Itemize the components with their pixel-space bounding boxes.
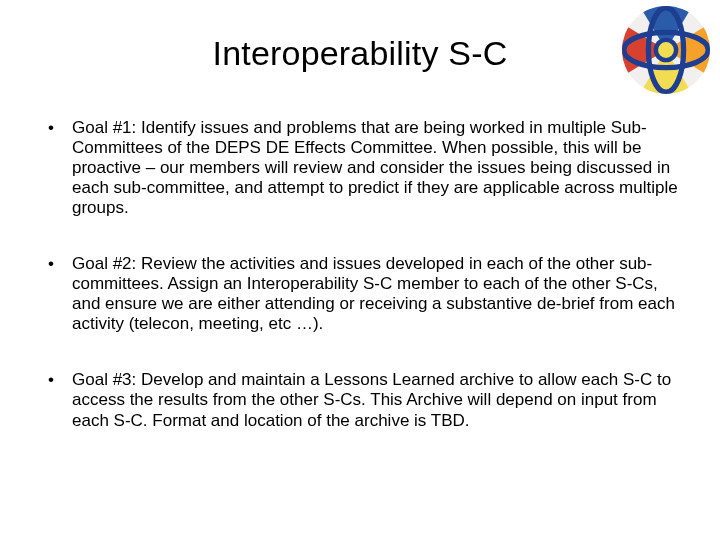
slide: Interoperability S-C Goal #1: Identify i… (0, 0, 720, 540)
goal-label: Goal #3: (72, 370, 136, 389)
bullet-list: Goal #1: Identify issues and problems th… (46, 118, 680, 431)
goal-label: Goal #2: (72, 254, 136, 273)
list-item: Goal #3: Develop and maintain a Lessons … (46, 370, 680, 430)
list-item: Goal #1: Identify issues and problems th… (46, 118, 680, 218)
slide-body: Goal #1: Identify issues and problems th… (46, 118, 680, 467)
goal-text: Identify issues and problems that are be… (72, 118, 678, 217)
goal-text: Develop and maintain a Lessons Learned a… (72, 370, 671, 429)
goal-label: Goal #1: (72, 118, 136, 137)
slide-title: Interoperability S-C (0, 34, 720, 73)
list-item: Goal #2: Review the activities and issue… (46, 254, 680, 334)
goal-text: Review the activities and issues develop… (72, 254, 675, 333)
